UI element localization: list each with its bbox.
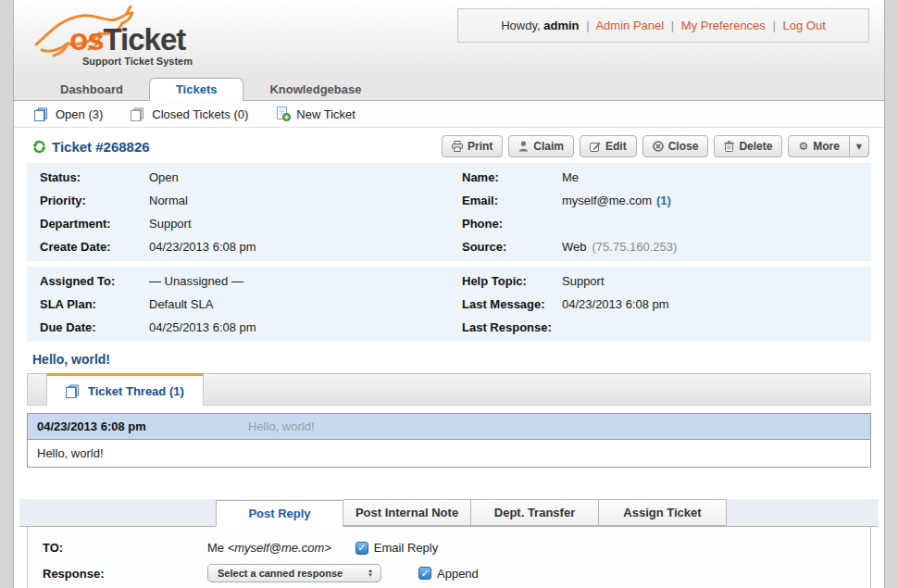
last-message-row: Last Message: 04/23/2013 6:08 pm [449,293,871,316]
assigned-to-value: — Unassigned — [149,273,243,289]
user-bar: Howdy, admin | Admin Panel | My Preferen… [457,8,869,43]
help-topic-label: Help Topic: [462,273,562,289]
delete-label: Delete [739,140,772,153]
claim-button[interactable]: Claim [508,135,574,157]
separator: | [768,19,779,32]
ticket-assignment-panel: Assigned To: — Unassigned — SLA Plan: De… [27,267,871,342]
due-date-row: Due Date: 04/25/2013 6:08 pm [27,316,449,339]
refresh-icon[interactable] [32,140,46,154]
more-dropdown-button[interactable]: ▼ [850,135,869,157]
new-ticket-icon [276,106,291,121]
open-tickets-link[interactable]: Open (3) [34,107,103,121]
page: osTicket Support Ticket System Howdy, ad… [13,0,885,588]
tab-post-reply[interactable]: Post Reply [216,500,343,527]
admin-panel-link[interactable]: Admin Panel [595,19,664,32]
new-ticket-label: New Ticket [296,107,355,121]
to-value: Me <myself@me.com> [207,541,331,555]
close-button[interactable]: Close [642,135,709,157]
separator: | [582,19,592,32]
tab-tickets[interactable]: Tickets [149,78,244,101]
user-icon [518,141,529,152]
tab-post-internal-note[interactable]: Post Internal Note [343,499,471,526]
close-ticket-icon [653,141,664,152]
claim-label: Claim [533,140,564,153]
tab-ticket-thread[interactable]: Ticket Thread (1) [46,373,204,406]
more-button-group: ⚙ More ▼ [788,135,869,157]
email-reply-option: ✓ Email Reply [355,541,438,555]
my-preferences-link[interactable]: My Preferences [681,19,766,32]
last-response-row: Last Response: [449,316,871,339]
assignment-left: Assigned To: — Unassigned — SLA Plan: De… [27,269,449,339]
tab-knowledgebase[interactable]: Knowledgebase [243,79,387,100]
close-label: Close [668,140,699,153]
phone-row: Phone: [449,212,871,235]
tab-assign-ticket[interactable]: Assign Ticket [599,499,727,526]
message-date: 04/23/2013 6:08 pm [37,419,248,433]
edit-label: Edit [605,140,627,153]
gear-icon: ⚙ [798,140,808,153]
status-label: Status: [40,169,149,185]
department-row: Department: Support [27,212,449,235]
help-topic-value: Support [562,273,605,289]
name-value: Me [562,169,579,185]
logo-subtitle: Support Ticket System [82,56,193,67]
email-reply-checkbox[interactable]: ✓ [355,542,368,555]
edit-button[interactable]: Edit [580,135,637,157]
assigned-to-label: Assigned To: [40,273,149,289]
email-value: myself@me.com [562,193,652,208]
response-label: Response: [43,567,207,581]
create-date-row: Create Date: 04/23/2013 6:08 pm [27,235,449,258]
tab-dept-transfer[interactable]: Dept. Transfer [471,499,599,526]
select-spinner-icon: ▲▼ [368,569,373,578]
due-date-value: 04/25/2013 6:08 pm [149,319,256,335]
info-left: Status: Open Priority: Normal Department… [27,166,449,258]
log-out-link[interactable]: Log Out [783,19,826,32]
tab-dashboard[interactable]: Dashboard [34,79,149,100]
create-date-value: 04/23/2013 6:08 pm [149,239,256,255]
priority-label: Priority: [40,193,149,208]
help-topic-row: Help Topic: Support [449,269,871,293]
source-value: Web [562,239,587,255]
response-row: Response: Select a canned response ▲▼ ✓ … [28,559,870,587]
new-ticket-link[interactable]: New Ticket [276,106,355,121]
print-button[interactable]: Print [442,135,503,157]
last-message-label: Last Message: [462,296,562,312]
delete-button[interactable]: Delete [714,135,782,157]
assignment-right: Help Topic: Support Last Message: 04/23/… [449,269,871,339]
sla-plan-label: SLA Plan: [40,296,149,312]
closed-tickets-label: Closed Tickets (0) [152,107,248,121]
ticket-content: Ticket #268826 Print Claim [14,135,884,588]
logo-ticket: Ticket [104,22,186,56]
to-email: <myself@me.com> [228,541,331,555]
ticket-subject: Hello, world! [32,352,871,367]
greeting-text: Howdy, [501,19,540,32]
ticket-title-row: Ticket #268826 Print Claim [32,135,869,157]
due-date-label: Due Date: [40,319,149,335]
ticket-subnav: Open (3) Closed Tickets (0) New Ticket [14,101,884,128]
main-tab-bar: Dashboard Tickets Knowledgebase [14,78,884,101]
append-checkbox[interactable]: ✓ [418,567,431,580]
name-row: Name: Me [449,166,871,189]
canned-response-value: Select a canned response [218,568,343,579]
source-ip: (75.75.160.253) [592,239,678,255]
tickets-open-icon [34,107,50,121]
message-body: Hello, world! [28,440,870,467]
info-right: Name: Me Email: myself@me.com (1) Phone:… [449,166,871,258]
more-button[interactable]: ⚙ More [788,135,849,157]
name-label: Name: [462,169,562,185]
canned-response-select[interactable]: Select a canned response ▲▼ [207,564,381,582]
append-option: ✓ Append [418,567,479,581]
email-label: Email: [462,193,562,208]
closed-tickets-link[interactable]: Closed Tickets (0) [131,107,248,121]
thread-tab-label: Ticket Thread (1) [88,384,184,398]
phone-label: Phone: [462,216,562,231]
priority-value: Normal [149,193,188,208]
to-row: TO: Me <myself@me.com> ✓ Email Reply [28,536,870,559]
thread-tab-bar: Ticket Thread (1) [27,373,871,406]
email-ticket-count-link[interactable]: (1) [656,193,671,208]
email-reply-label: Email Reply [374,541,438,555]
osticket-logo: osTicket Support Ticket System [31,2,243,76]
edit-icon [590,141,601,152]
separator: | [667,19,678,32]
append-label: Append [437,567,479,581]
